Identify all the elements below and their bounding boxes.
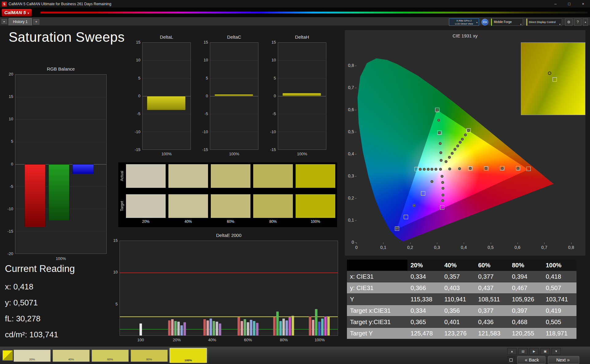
chevron-down-icon: ▾ (28, 12, 29, 15)
actual-swatch-100% (296, 164, 335, 188)
target-swatch-40% (168, 194, 208, 218)
scroll-up-button[interactable]: ▲ (507, 348, 517, 355)
scroll-down-button[interactable]: ▼ (552, 348, 561, 355)
deltae-bar (247, 322, 249, 335)
axis-tick-label: 15 (198, 40, 208, 45)
table-cell: 125,478 (407, 328, 441, 339)
table-cell: 105,926 (509, 294, 543, 305)
delta-chart-title: DeltaL (142, 34, 191, 40)
table-column-header: 100% (543, 260, 576, 271)
source-dropdown[interactable]: Mobile Forge ▾ (491, 18, 523, 26)
gridline (143, 60, 191, 61)
meter-count-badge[interactable]: 215 (482, 19, 488, 25)
table-cell: 0,377 (475, 271, 509, 282)
measured-point-icon (439, 151, 442, 154)
help-button[interactable]: ? (574, 18, 581, 26)
delta-x-label: 100% (210, 152, 258, 156)
swatch-column-label: 100% (296, 219, 335, 224)
close-button[interactable]: × (576, 0, 590, 8)
chevron-down-icon: ▾ (559, 21, 560, 28)
deltae-bar (321, 319, 324, 335)
axis-tick-label: 10 (198, 58, 208, 63)
axis-tick-label: -15 (130, 147, 140, 152)
green-bar (49, 164, 69, 221)
deltae-bar-group (309, 241, 330, 335)
thumbnail-label: 40% (53, 358, 89, 361)
next-button[interactable]: Next» (548, 356, 579, 364)
deltal-chart (142, 42, 191, 150)
deltae-bar (171, 319, 174, 335)
table-column-header: 20% (407, 260, 441, 271)
deltae-bar (282, 319, 285, 335)
pin-button[interactable]: ▪ (583, 18, 588, 26)
next-label: Next (556, 357, 566, 362)
measured-point-icon (431, 180, 433, 183)
meter-dropdown[interactable]: X-Rite i1Pro 2 LCD Direct View ▾ (449, 18, 479, 26)
deltae-bar (327, 317, 330, 335)
deltae-bar (241, 321, 243, 335)
table-cell: 110,941 (441, 294, 475, 305)
table-cell: 0,377 (475, 305, 509, 316)
axis-tick (544, 242, 545, 244)
measured-point-icon (548, 72, 551, 75)
target-point-icon (553, 77, 557, 82)
page-thumbnail-40%[interactable]: 40% (53, 350, 90, 362)
page-thumbnail-100%[interactable]: 100% (170, 348, 207, 363)
delta-x-label: 100% (142, 152, 191, 156)
add-tab-button[interactable]: + (33, 19, 39, 25)
axis-tick-label: 0,3 (432, 245, 442, 250)
page-thumbnail-80%[interactable]: 80% (131, 350, 168, 362)
gridline (210, 114, 258, 114)
deltae-bar-group (203, 241, 221, 335)
deltae-bar (216, 322, 218, 335)
table-column-header: 40% (441, 260, 475, 271)
page-title: Saturation Sweeps (9, 29, 125, 45)
delta-y-axis: 151050-5-10-15 (130, 0, 140, 160)
table-cell: 0,357 (441, 271, 475, 282)
axis-tick (355, 66, 356, 66)
deltae-bar (289, 317, 291, 335)
deltae-bar (279, 321, 282, 335)
axis-tick-label: 10 (266, 58, 276, 63)
page-thumbnail-60%[interactable]: 60% (92, 350, 129, 362)
swatch-column-label: 80% (253, 219, 293, 224)
measured-point-icon (442, 194, 444, 196)
print-button[interactable]: ▣ (541, 348, 550, 355)
measured-point-icon (427, 168, 430, 171)
axis-tick-label: -10 (130, 130, 140, 134)
delta-chart-title: DeltaC (210, 34, 258, 40)
axis-tick-label: 0,4 (345, 151, 354, 156)
axis-tick (355, 110, 356, 110)
axis-tick (356, 242, 357, 244)
play-button[interactable]: ▶ (529, 348, 539, 355)
axis-tick (355, 176, 356, 176)
display-control-name: Direct Display Control (529, 21, 556, 24)
axis-tick (355, 132, 356, 132)
measured-point-icon (439, 142, 442, 145)
deltae-bar-group (273, 241, 294, 335)
deltae-bar-group (168, 241, 186, 335)
swatch-row-label: Actual (120, 164, 124, 188)
square-icon (509, 358, 513, 362)
page-icon-thumbnail[interactable] (2, 350, 13, 361)
current-reading-value: y: 0,5071 (5, 295, 58, 311)
deltae-bar (210, 319, 212, 335)
display-control-dropdown[interactable]: Direct Display Control ▾ (526, 18, 562, 26)
back-button[interactable]: «Back (517, 356, 545, 364)
target-point-icon (404, 215, 408, 219)
pages-button[interactable]: ▤ (518, 348, 528, 355)
axis-tick-label: -5 (0, 184, 13, 189)
maximize-button[interactable]: □ (562, 0, 576, 8)
delta-x-label: 100% (278, 152, 326, 156)
gridline (210, 132, 258, 132)
axis-tick (437, 242, 437, 244)
table-column-header: 60% (475, 260, 509, 271)
current-reading-value: fL: 30,278 (5, 311, 58, 327)
page-thumbnail-20%[interactable]: 20% (14, 350, 51, 362)
actual-swatch-80% (253, 164, 293, 188)
settings-button[interactable]: ⚙ (565, 18, 572, 26)
axis-tick (383, 242, 384, 244)
gridline (278, 60, 326, 61)
minimize-button[interactable]: – (549, 0, 562, 8)
thumbnail-toggle-button[interactable] (507, 356, 515, 364)
